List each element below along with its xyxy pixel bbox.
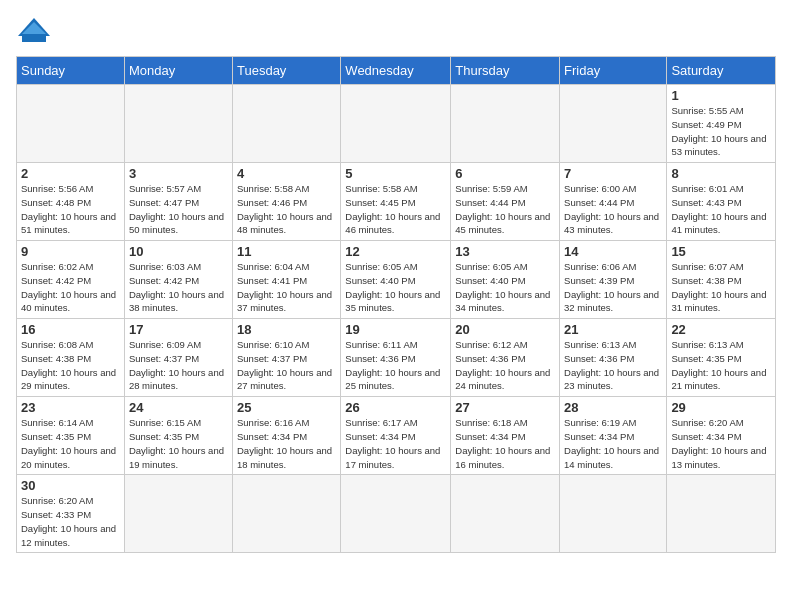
svg-rect-1 [22, 36, 46, 42]
day-number: 2 [21, 166, 120, 181]
calendar-cell: 18Sunrise: 6:10 AM Sunset: 4:37 PM Dayli… [232, 319, 340, 397]
day-number: 22 [671, 322, 771, 337]
calendar-cell: 17Sunrise: 6:09 AM Sunset: 4:37 PM Dayli… [124, 319, 232, 397]
day-number: 21 [564, 322, 662, 337]
calendar-cell: 3Sunrise: 5:57 AM Sunset: 4:47 PM Daylig… [124, 163, 232, 241]
calendar-cell: 19Sunrise: 6:11 AM Sunset: 4:36 PM Dayli… [341, 319, 451, 397]
day-number: 18 [237, 322, 336, 337]
day-info: Sunrise: 6:12 AM Sunset: 4:36 PM Dayligh… [455, 338, 555, 393]
day-info: Sunrise: 6:19 AM Sunset: 4:34 PM Dayligh… [564, 416, 662, 471]
day-info: Sunrise: 6:06 AM Sunset: 4:39 PM Dayligh… [564, 260, 662, 315]
calendar-cell: 11Sunrise: 6:04 AM Sunset: 4:41 PM Dayli… [232, 241, 340, 319]
calendar-cell: 22Sunrise: 6:13 AM Sunset: 4:35 PM Dayli… [667, 319, 776, 397]
day-info: Sunrise: 6:04 AM Sunset: 4:41 PM Dayligh… [237, 260, 336, 315]
day-number: 28 [564, 400, 662, 415]
calendar-cell: 16Sunrise: 6:08 AM Sunset: 4:38 PM Dayli… [17, 319, 125, 397]
day-number: 5 [345, 166, 446, 181]
calendar-cell: 27Sunrise: 6:18 AM Sunset: 4:34 PM Dayli… [451, 397, 560, 475]
weekday-header-wednesday: Wednesday [341, 57, 451, 85]
day-number: 9 [21, 244, 120, 259]
day-number: 17 [129, 322, 228, 337]
calendar-cell: 14Sunrise: 6:06 AM Sunset: 4:39 PM Dayli… [560, 241, 667, 319]
day-info: Sunrise: 5:58 AM Sunset: 4:45 PM Dayligh… [345, 182, 446, 237]
day-info: Sunrise: 6:08 AM Sunset: 4:38 PM Dayligh… [21, 338, 120, 393]
calendar-cell [451, 475, 560, 553]
calendar-cell: 4Sunrise: 5:58 AM Sunset: 4:46 PM Daylig… [232, 163, 340, 241]
calendar-cell: 30Sunrise: 6:20 AM Sunset: 4:33 PM Dayli… [17, 475, 125, 553]
day-info: Sunrise: 6:02 AM Sunset: 4:42 PM Dayligh… [21, 260, 120, 315]
day-info: Sunrise: 6:05 AM Sunset: 4:40 PM Dayligh… [345, 260, 446, 315]
weekday-header-tuesday: Tuesday [232, 57, 340, 85]
day-info: Sunrise: 6:11 AM Sunset: 4:36 PM Dayligh… [345, 338, 446, 393]
day-number: 26 [345, 400, 446, 415]
calendar-cell: 1Sunrise: 5:55 AM Sunset: 4:49 PM Daylig… [667, 85, 776, 163]
calendar-cell [560, 85, 667, 163]
calendar-cell [124, 85, 232, 163]
day-number: 12 [345, 244, 446, 259]
calendar-cell [232, 85, 340, 163]
day-number: 13 [455, 244, 555, 259]
calendar-cell [560, 475, 667, 553]
day-number: 30 [21, 478, 120, 493]
logo [16, 16, 56, 44]
calendar-cell: 13Sunrise: 6:05 AM Sunset: 4:40 PM Dayli… [451, 241, 560, 319]
calendar-cell: 5Sunrise: 5:58 AM Sunset: 4:45 PM Daylig… [341, 163, 451, 241]
calendar-cell: 6Sunrise: 5:59 AM Sunset: 4:44 PM Daylig… [451, 163, 560, 241]
day-info: Sunrise: 5:55 AM Sunset: 4:49 PM Dayligh… [671, 104, 771, 159]
day-number: 11 [237, 244, 336, 259]
calendar-cell: 7Sunrise: 6:00 AM Sunset: 4:44 PM Daylig… [560, 163, 667, 241]
page-header [16, 16, 776, 44]
weekday-header-saturday: Saturday [667, 57, 776, 85]
calendar-cell: 8Sunrise: 6:01 AM Sunset: 4:43 PM Daylig… [667, 163, 776, 241]
calendar-cell: 12Sunrise: 6:05 AM Sunset: 4:40 PM Dayli… [341, 241, 451, 319]
day-info: Sunrise: 6:09 AM Sunset: 4:37 PM Dayligh… [129, 338, 228, 393]
day-info: Sunrise: 6:20 AM Sunset: 4:34 PM Dayligh… [671, 416, 771, 471]
calendar-cell: 2Sunrise: 5:56 AM Sunset: 4:48 PM Daylig… [17, 163, 125, 241]
day-number: 29 [671, 400, 771, 415]
weekday-header-friday: Friday [560, 57, 667, 85]
day-info: Sunrise: 5:57 AM Sunset: 4:47 PM Dayligh… [129, 182, 228, 237]
day-number: 1 [671, 88, 771, 103]
calendar-cell: 25Sunrise: 6:16 AM Sunset: 4:34 PM Dayli… [232, 397, 340, 475]
logo-icon [16, 16, 52, 44]
calendar-cell [667, 475, 776, 553]
calendar-cell [17, 85, 125, 163]
calendar-cell: 29Sunrise: 6:20 AM Sunset: 4:34 PM Dayli… [667, 397, 776, 475]
calendar-cell: 23Sunrise: 6:14 AM Sunset: 4:35 PM Dayli… [17, 397, 125, 475]
day-info: Sunrise: 6:18 AM Sunset: 4:34 PM Dayligh… [455, 416, 555, 471]
calendar-cell [341, 85, 451, 163]
calendar-cell: 9Sunrise: 6:02 AM Sunset: 4:42 PM Daylig… [17, 241, 125, 319]
day-number: 25 [237, 400, 336, 415]
calendar-cell [124, 475, 232, 553]
day-number: 19 [345, 322, 446, 337]
calendar-cell: 26Sunrise: 6:17 AM Sunset: 4:34 PM Dayli… [341, 397, 451, 475]
day-info: Sunrise: 6:03 AM Sunset: 4:42 PM Dayligh… [129, 260, 228, 315]
day-number: 14 [564, 244, 662, 259]
day-number: 3 [129, 166, 228, 181]
day-info: Sunrise: 6:05 AM Sunset: 4:40 PM Dayligh… [455, 260, 555, 315]
calendar-cell: 10Sunrise: 6:03 AM Sunset: 4:42 PM Dayli… [124, 241, 232, 319]
day-info: Sunrise: 6:10 AM Sunset: 4:37 PM Dayligh… [237, 338, 336, 393]
day-number: 4 [237, 166, 336, 181]
day-info: Sunrise: 6:20 AM Sunset: 4:33 PM Dayligh… [21, 494, 120, 549]
calendar-cell: 28Sunrise: 6:19 AM Sunset: 4:34 PM Dayli… [560, 397, 667, 475]
day-info: Sunrise: 6:15 AM Sunset: 4:35 PM Dayligh… [129, 416, 228, 471]
weekday-header-monday: Monday [124, 57, 232, 85]
calendar-cell: 15Sunrise: 6:07 AM Sunset: 4:38 PM Dayli… [667, 241, 776, 319]
day-info: Sunrise: 6:07 AM Sunset: 4:38 PM Dayligh… [671, 260, 771, 315]
day-info: Sunrise: 6:01 AM Sunset: 4:43 PM Dayligh… [671, 182, 771, 237]
day-info: Sunrise: 5:59 AM Sunset: 4:44 PM Dayligh… [455, 182, 555, 237]
day-number: 27 [455, 400, 555, 415]
day-info: Sunrise: 5:56 AM Sunset: 4:48 PM Dayligh… [21, 182, 120, 237]
day-info: Sunrise: 6:17 AM Sunset: 4:34 PM Dayligh… [345, 416, 446, 471]
day-info: Sunrise: 6:13 AM Sunset: 4:35 PM Dayligh… [671, 338, 771, 393]
calendar-cell [232, 475, 340, 553]
day-info: Sunrise: 6:16 AM Sunset: 4:34 PM Dayligh… [237, 416, 336, 471]
day-number: 6 [455, 166, 555, 181]
day-number: 23 [21, 400, 120, 415]
day-number: 24 [129, 400, 228, 415]
calendar-table: SundayMondayTuesdayWednesdayThursdayFrid… [16, 56, 776, 553]
calendar-cell [451, 85, 560, 163]
day-number: 7 [564, 166, 662, 181]
day-number: 16 [21, 322, 120, 337]
